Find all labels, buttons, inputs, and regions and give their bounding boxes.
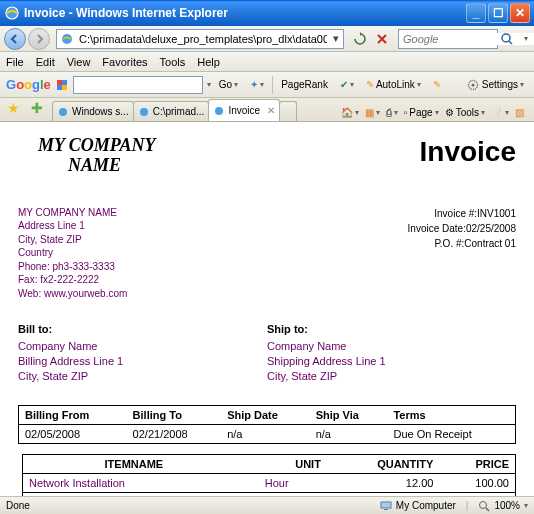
refresh-button[interactable]: [350, 29, 370, 49]
google-go-button[interactable]: Go▾: [215, 78, 242, 91]
autofill-button[interactable]: ✎: [429, 78, 445, 91]
help-icon: ❔: [491, 107, 503, 118]
page-icon: [59, 31, 75, 47]
col-ship-via: Ship Via: [310, 406, 388, 425]
col-ship-date: Ship Date: [221, 406, 309, 425]
autofill-icon: ✎: [433, 79, 441, 90]
svg-point-11: [215, 107, 223, 115]
status-bar: Done My Computer | 100% ▾: [0, 496, 534, 514]
zoom-level[interactable]: 100%: [494, 500, 520, 511]
svg-rect-5: [57, 80, 62, 85]
zoom-dropdown[interactable]: ▾: [524, 501, 528, 510]
google-bookmark-button[interactable]: ✦▾: [246, 78, 268, 91]
ie-app-icon: [4, 5, 20, 21]
forward-button[interactable]: [28, 28, 50, 50]
url-input[interactable]: [77, 33, 329, 45]
svg-rect-12: [381, 502, 391, 508]
tab-page-icon: [138, 106, 150, 118]
home-icon: 🏠: [341, 107, 353, 118]
autolink-icon: ✎: [366, 79, 374, 90]
shipping-terms-table: Billing From Billing To Ship Date Ship V…: [18, 405, 516, 444]
window-title: Invoice - Windows Internet Explorer: [24, 6, 466, 20]
svg-line-3: [509, 41, 512, 44]
tab-page-icon: [57, 106, 69, 118]
tab-primadata[interactable]: C:\primad...: [133, 101, 210, 121]
table-row: Network Installation Hour 12.00 100.00: [23, 474, 516, 493]
company-name-header: MY COMPANY NAME: [18, 136, 156, 176]
tab-windows[interactable]: Windows s...: [52, 101, 134, 121]
line-items-table: ITEMNAME UNIT QUANTITY PRICE Network Ins…: [22, 454, 516, 496]
print-icon: ⎙: [386, 107, 392, 118]
computer-icon: [380, 500, 392, 512]
settings-button[interactable]: Settings▾: [462, 77, 528, 93]
stop-button[interactable]: [372, 29, 392, 49]
col-unit: UNIT: [245, 455, 327, 474]
search-button[interactable]: [500, 32, 520, 46]
window-titlebar: Invoice - Windows Internet Explorer _ ☐ …: [0, 0, 534, 26]
svg-point-8: [471, 83, 474, 86]
back-button[interactable]: [4, 28, 26, 50]
print-button[interactable]: ⎙▾: [386, 107, 398, 118]
pagerank-button[interactable]: PageRank: [277, 78, 332, 91]
menu-file[interactable]: File: [6, 56, 24, 68]
address-bar: ▾ ▾: [0, 26, 534, 52]
autolink-button[interactable]: ✎AutoLink▾: [362, 78, 425, 91]
help-button[interactable]: ❔▾: [491, 107, 509, 118]
research-button[interactable]: ▧: [515, 107, 524, 118]
status-text: Done: [6, 500, 30, 511]
col-billing-from: Billing From: [19, 406, 127, 425]
document-viewport[interactable]: MY COMPANY NAME Invoice MY COMPANY NAME …: [0, 122, 534, 496]
favorites-star-icon[interactable]: ★: [7, 100, 25, 118]
research-icon: ▧: [515, 107, 524, 118]
minimize-button[interactable]: _: [466, 3, 486, 23]
bill-to-block: Bill to: Company Name Billing Address Li…: [18, 322, 267, 383]
security-zone: My Computer: [396, 500, 456, 511]
tab-close-icon[interactable]: ✕: [267, 105, 275, 116]
svg-point-2: [502, 34, 510, 42]
google-toolbar: Google ▾ Go▾ ✦▾ PageRank ✔▾ ✎AutoLink▾ ✎…: [0, 72, 534, 98]
tools-gear-icon: ⚙: [445, 107, 454, 118]
menu-favorites[interactable]: Favorites: [102, 56, 147, 68]
col-terms: Terms: [387, 406, 515, 425]
check-icon: ✔: [340, 79, 348, 90]
search-dropdown[interactable]: ▾: [522, 34, 530, 43]
google-logo: Google: [6, 77, 51, 92]
google-search-dropdown[interactable]: ▾: [207, 80, 211, 89]
new-tab-button[interactable]: [279, 101, 297, 121]
svg-line-15: [486, 508, 489, 511]
zoom-icon[interactable]: [478, 500, 490, 512]
menu-tools[interactable]: Tools: [160, 56, 186, 68]
rss-icon: ▦: [365, 107, 374, 118]
menu-view[interactable]: View: [67, 56, 91, 68]
invoice-title: Invoice: [420, 136, 516, 176]
tab-invoice[interactable]: Invoice ✕: [208, 99, 280, 121]
table-row: Client Meeting Hour 1.00 35.00: [23, 493, 516, 496]
feeds-button[interactable]: ▦▾: [365, 107, 380, 118]
col-itemname: ITEMNAME: [23, 455, 245, 474]
menu-help[interactable]: Help: [197, 56, 220, 68]
svg-point-9: [59, 108, 67, 116]
add-favorites-icon[interactable]: ✚: [31, 100, 49, 118]
tools-menu-button[interactable]: ⚙Tools▾: [445, 107, 485, 118]
gear-icon: [466, 78, 480, 92]
home-button[interactable]: 🏠▾: [341, 107, 359, 118]
check-button[interactable]: ✔▾: [336, 78, 358, 91]
menu-edit[interactable]: Edit: [36, 56, 55, 68]
bookmark-icon: ✦: [250, 79, 258, 90]
svg-rect-6: [62, 85, 67, 90]
search-box-wrapper: [398, 29, 498, 49]
tab-page-icon: [213, 105, 225, 117]
google-search-input[interactable]: [73, 76, 203, 94]
svg-point-14: [480, 501, 487, 508]
invoice-meta: Invoice #:INV1001 Invoice Date:02/25/200…: [408, 206, 516, 301]
close-button[interactable]: ✕: [510, 3, 530, 23]
page-icon: ▫: [404, 107, 408, 118]
google-brand-icon: [55, 78, 69, 92]
maximize-button[interactable]: ☐: [488, 3, 508, 23]
table-row: 02/05/2008 02/21/2008 n/a n/a Due On Rec…: [19, 425, 516, 444]
tab-bar: ★ ✚ Windows s... C:\primad... Invoice ✕ …: [0, 98, 534, 122]
page-menu-button[interactable]: ▫Page▾: [404, 107, 439, 118]
ship-to-block: Ship to: Company Name Shipping Address L…: [267, 322, 516, 383]
url-dropdown[interactable]: ▾: [329, 32, 343, 45]
svg-point-10: [140, 108, 148, 116]
